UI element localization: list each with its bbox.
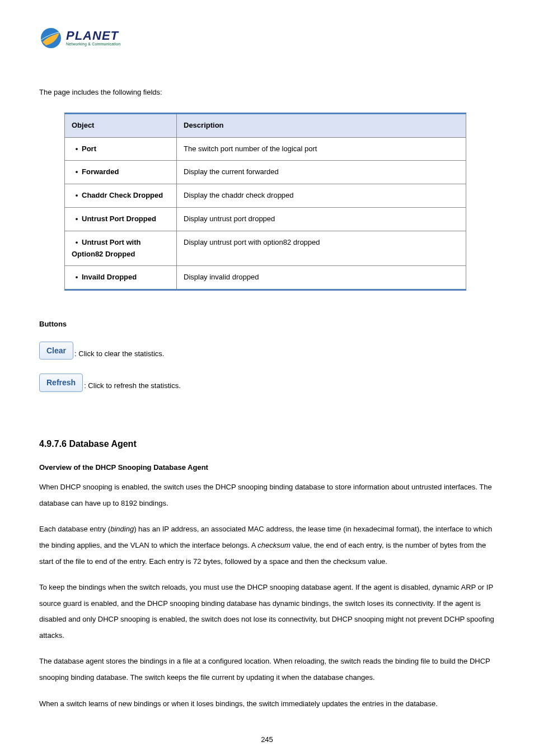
obj-desc: Display the current forwarded [177, 161, 466, 184]
header-description: Description [177, 113, 466, 137]
obj-label: Port [82, 144, 96, 153]
intro-text: The page includes the following fields: [39, 87, 495, 99]
refresh-button-line: Refresh : Click to refresh the statistic… [39, 374, 495, 391]
fields-table: Object Description •Port The switch port… [64, 113, 466, 291]
refresh-button[interactable]: Refresh [39, 374, 83, 391]
paragraph-4: The database agent stores the bindings i… [39, 654, 495, 685]
obj-desc: Display untrust port dropped [177, 207, 466, 231]
table-row: •Invaild Dropped Display invalid dropped [65, 266, 466, 290]
table-row: •Forwarded Display the current forwarded [65, 161, 466, 184]
paragraph-2: Each database entry (binding) has an IP … [39, 521, 495, 570]
logo-brand-text: PLANET [66, 30, 120, 42]
clear-desc: : Click to clear the statistics. [74, 348, 164, 360]
overview-heading: Overview of the DHCP Snooping Database A… [39, 462, 495, 474]
clear-button[interactable]: Clear [39, 342, 73, 360]
obj-label: Chaddr Check Dropped [82, 191, 163, 199]
obj-label: Untrust Port with Option82 Dropped [72, 238, 140, 258]
table-row: •Chaddr Check Dropped Display the chaddr… [65, 184, 466, 208]
refresh-desc: : Click to refresh the statistics. [84, 380, 181, 392]
table-row: •Untrust Port with Option82 Dropped Disp… [65, 231, 466, 266]
obj-desc: The switch port number of the logical po… [177, 137, 466, 161]
checksum-term: checksum [257, 541, 291, 549]
table-row: •Untrust Port Dropped Display untrust po… [65, 207, 466, 231]
section-title: 4.9.7.6 Database Agent [39, 437, 495, 451]
brand-logo: PLANET Networking & Communication [39, 22, 134, 53]
obj-label: Invaild Dropped [82, 273, 137, 281]
paragraph-5: When a switch learns of new bindings or … [39, 696, 495, 712]
header-object: Object [65, 113, 177, 137]
obj-label: Forwarded [82, 167, 119, 176]
obj-desc: Display invalid dropped [177, 266, 466, 290]
logo-tagline: Networking & Communication [66, 42, 120, 46]
obj-desc: Display untrust port with option82 dropp… [177, 231, 466, 266]
page-number: 245 [39, 734, 495, 746]
logo-globe-icon [39, 26, 63, 50]
binding-term: binding [110, 525, 134, 533]
obj-label: Untrust Port Dropped [82, 214, 156, 223]
buttons-heading: Buttons [39, 319, 495, 330]
table-row: •Port The switch port number of the logi… [65, 137, 466, 161]
obj-desc: Display the chaddr check dropped [177, 184, 466, 208]
paragraph-3: To keep the bindings when the switch rel… [39, 580, 495, 643]
clear-button-line: Clear : Click to clear the statistics. [39, 342, 495, 360]
paragraph-1: When DHCP snooping is enabled, the switc… [39, 479, 495, 511]
